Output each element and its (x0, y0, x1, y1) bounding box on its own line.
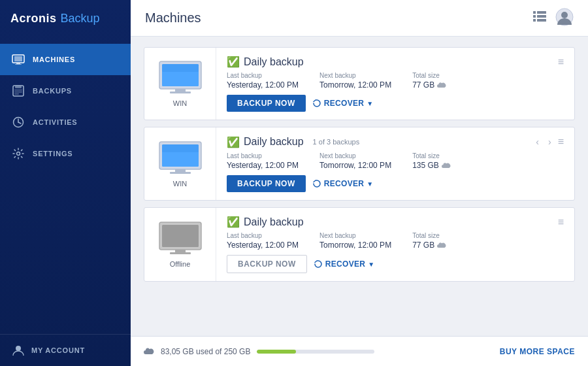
svg-rect-31 (162, 225, 199, 247)
machine-icon-col: WIN (144, 48, 216, 120)
total-size-label: Total size (412, 72, 446, 79)
recover-chevron-icon: ▼ (367, 100, 373, 107)
next-backup-stat: Next backup Tomorrow, 12:00 PM (319, 72, 391, 90)
card-menu-icon[interactable]: ≡ (558, 136, 564, 148)
sidebar-item-label-settings: SETTINGS (33, 150, 73, 158)
storage-info: 83,05 GB used of 250 GB (144, 346, 374, 357)
last-backup-value: Yesterday, 12:00 PM (227, 80, 299, 90)
recover-icon (312, 179, 321, 188)
recover-button[interactable]: RECOVER ▼ (314, 259, 375, 269)
sidebar-item-label-backups: BACKUPS (33, 87, 72, 95)
stats-row: Last backup Yesterday, 12:00 PM Next bac… (227, 72, 564, 90)
card-menu-icons: ≡ (558, 216, 564, 228)
cloud-icon (437, 242, 446, 248)
backup-title-row: ✅ Daily backup (227, 216, 304, 228)
header-actions (533, 8, 574, 29)
last-backup-label: Last backup (227, 152, 299, 159)
sidebar-item-account[interactable]: MY ACCOUNT (0, 334, 131, 366)
page-title: Machines (145, 10, 201, 25)
recover-chevron-icon: ▼ (367, 180, 373, 188)
recover-icon (314, 259, 323, 269)
next-backup-label: Next backup (319, 72, 391, 79)
svg-rect-1 (14, 56, 22, 61)
backup-title-row: ✅ Daily backup (227, 56, 304, 68)
activities-nav-icon (12, 116, 25, 129)
total-size-label: Total size (412, 232, 446, 239)
svg-rect-27 (162, 144, 199, 152)
svg-rect-24 (170, 92, 191, 93)
backup-status-icon: ✅ (227, 136, 240, 148)
backup-status-icon: ✅ (227, 216, 240, 228)
card-top-row: ✅ Daily backup ≡ (227, 216, 564, 228)
sidebar-item-activities[interactable]: ACTIVITIES (0, 107, 131, 138)
svg-rect-8 (14, 93, 19, 95)
total-size-value: 135 GB (412, 161, 451, 170)
backup-now-button[interactable]: BACKUP NOW (227, 95, 306, 112)
next-backup-icon[interactable]: › (546, 135, 554, 148)
backup-now-button[interactable]: BACKUP NOW (227, 175, 306, 192)
total-size-value: 77 GB (412, 241, 446, 250)
machine-monitor-icon (157, 60, 204, 95)
actions-row: BACKUP NOW RECOVER ▼ (227, 175, 564, 192)
sidebar-item-machines[interactable]: MACHINES (0, 44, 131, 75)
machine-icon-col: Offline (144, 208, 216, 281)
app-logo: Acronis Backup (0, 0, 131, 37)
card-top-row: ✅ Daily backup 1 of 3 backups ‹ › ≡ (227, 135, 564, 148)
next-backup-value: Tomorrow, 12:00 PM (319, 161, 391, 170)
sidebar-item-settings[interactable]: SETTINGS (0, 138, 131, 169)
recover-button[interactable]: RECOVER ▼ (312, 179, 374, 188)
svg-rect-14 (533, 15, 536, 18)
sidebar-item-backups[interactable]: BACKUPS (0, 75, 131, 107)
machine-info: ✅ Daily backup ≡ Last backup Yesterday, … (216, 48, 574, 120)
list-view-icon[interactable] (533, 10, 546, 25)
storage-used-text: 83,05 GB used of 250 GB (161, 347, 250, 356)
last-backup-label: Last backup (227, 72, 299, 79)
machine-name: WIN (173, 180, 187, 188)
logo-backup: Backup (61, 12, 100, 25)
svg-rect-7 (14, 92, 22, 93)
svg-rect-22 (162, 64, 199, 72)
last-backup-value: Yesterday, 12:00 PM (227, 241, 299, 250)
svg-rect-32 (175, 250, 186, 252)
machine-icon-col: WIN (144, 127, 216, 200)
svg-rect-2 (16, 63, 20, 64)
card-menu-icon[interactable]: ≡ (558, 56, 564, 68)
machine-card: WIN ✅ Daily backup ≡ Last backup Yesterd… (144, 47, 575, 120)
last-backup-value: Yesterday, 12:00 PM (227, 161, 299, 170)
storage-progress-bar (257, 350, 374, 354)
card-menu-icon[interactable]: ≡ (558, 216, 564, 228)
machines-nav-icon (12, 53, 25, 66)
actions-row: BACKUP NOW RECOVER ▼ (227, 255, 564, 273)
recover-chevron-icon: ▼ (368, 261, 374, 268)
machine-info: ✅ Daily backup ≡ Last backup Yesterday, … (216, 208, 574, 281)
total-size-label: Total size (412, 152, 451, 159)
recover-button[interactable]: RECOVER ▼ (312, 99, 374, 108)
backup-now-button[interactable]: BACKUP NOW (227, 255, 307, 273)
prev-backup-icon[interactable]: ‹ (533, 135, 542, 148)
main-header: Machines (131, 0, 588, 37)
card-menu-icons: ‹ › ≡ (533, 135, 564, 148)
next-backup-stat: Next backup Tomorrow, 12:00 PM (319, 232, 391, 250)
svg-point-11 (16, 346, 21, 351)
svg-point-19 (561, 12, 568, 18)
svg-point-10 (17, 152, 20, 156)
svg-rect-28 (175, 169, 186, 172)
stats-row: Last backup Yesterday, 12:00 PM Next bac… (227, 152, 564, 170)
machine-monitor-icon (157, 221, 204, 256)
last-backup-label: Last backup (227, 232, 299, 239)
sidebar-item-label-activities: ACTIVITIES (33, 118, 78, 126)
next-backup-stat: Next backup Tomorrow, 12:00 PM (319, 152, 391, 170)
backup-count: 1 of 3 backups (313, 138, 360, 146)
backups-nav-icon (12, 84, 25, 97)
user-avatar-icon[interactable] (555, 8, 574, 29)
buy-more-space-link[interactable]: BUY MORE SPACE (500, 347, 575, 356)
last-backup-stat: Last backup Yesterday, 12:00 PM (227, 232, 299, 250)
bottom-bar: 83,05 GB used of 250 GB BUY MORE SPACE (131, 336, 588, 366)
actions-row: BACKUP NOW RECOVER ▼ (227, 95, 564, 112)
total-size-stat: Total size 135 GB (412, 152, 451, 170)
svg-rect-29 (170, 172, 191, 174)
next-backup-value: Tomorrow, 12:00 PM (319, 80, 391, 90)
svg-rect-16 (533, 19, 536, 22)
last-backup-stat: Last backup Yesterday, 12:00 PM (227, 72, 299, 90)
next-backup-label: Next backup (319, 152, 391, 159)
